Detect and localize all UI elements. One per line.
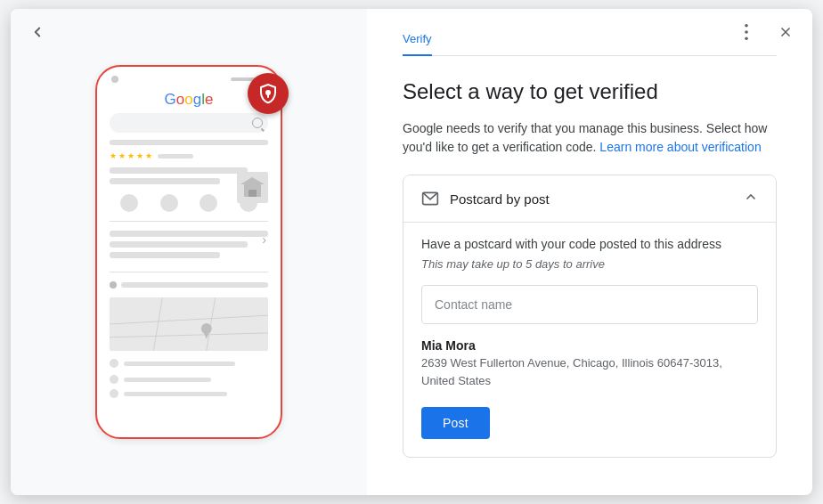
- bottom-row-2: [97, 372, 281, 386]
- action-icon-1: [120, 194, 138, 212]
- bottom-icon-1: [110, 359, 118, 368]
- svg-rect-8: [249, 190, 257, 197]
- shield-icon: [257, 83, 279, 104]
- postcard-section-header[interactable]: Postcard by post: [403, 175, 776, 222]
- section-body: Have a postcard with your code posted to…: [403, 222, 776, 457]
- right-panel: Verify Select a way to get verified Goog…: [367, 9, 812, 495]
- location-bar: [121, 282, 268, 288]
- content-bar-1: [110, 140, 268, 145]
- learn-more-link[interactable]: Learn more about verification: [599, 140, 761, 154]
- content-bar-4: [110, 231, 268, 237]
- location-row: [97, 276, 281, 294]
- tab-verify[interactable]: Verify: [403, 23, 432, 56]
- bottom-icon-2: [110, 375, 118, 384]
- content-bar-5: [110, 241, 248, 248]
- svg-rect-9: [110, 297, 268, 350]
- store-icon: [237, 172, 268, 203]
- bottom-row-1: [97, 354, 281, 372]
- map-block: [110, 297, 268, 351]
- address-text: 2639 West Fullerton Avenue, Chicago, Ill…: [421, 354, 758, 389]
- left-panel: Google ★★★★★: [11, 9, 367, 495]
- top-bar: [720, 9, 812, 55]
- bottom-bar-2: [124, 378, 211, 382]
- more-options-button[interactable]: [730, 16, 762, 48]
- chevron-up-icon: [744, 190, 758, 207]
- content-bar-3: [110, 178, 220, 184]
- content-bar-2: [110, 167, 248, 174]
- bottom-icon-3: [110, 389, 118, 398]
- close-button[interactable]: [770, 16, 802, 48]
- bottom-bar-3: [124, 392, 227, 396]
- shield-badge: [248, 73, 289, 114]
- svg-point-1: [745, 30, 748, 34]
- address-name: Mia Mora: [421, 338, 758, 353]
- dialog: Google ★★★★★: [11, 9, 812, 495]
- action-icon-3: [200, 194, 217, 212]
- description-text: Google needs to verify that you manage t…: [403, 119, 777, 157]
- bottom-bar-1: [124, 362, 235, 366]
- bottom-row-3: [97, 386, 281, 401]
- mail-icon: [421, 190, 439, 207]
- phone-search-icon: [252, 118, 263, 128]
- list-chevron-icon: ›: [262, 232, 266, 247]
- phone-search-bar: [110, 113, 268, 133]
- location-icon: [110, 281, 117, 289]
- phone-camera: [111, 76, 118, 83]
- section-header-left: Postcard by post: [421, 190, 550, 207]
- section-note: This may take up to 5 days to arrive: [421, 257, 758, 271]
- stars-row: ★★★★★: [97, 150, 281, 164]
- content-bar-6: [110, 252, 220, 258]
- svg-point-2: [745, 37, 748, 40]
- post-button[interactable]: Post: [421, 407, 490, 439]
- rating-bar: [158, 154, 193, 159]
- back-button[interactable]: [21, 16, 53, 48]
- section-title: Postcard by post: [450, 191, 550, 207]
- svg-point-0: [745, 24, 748, 28]
- section-description: Have a postcard with your code posted to…: [421, 235, 758, 254]
- divider-1: [110, 221, 268, 222]
- action-icon-2: [160, 194, 178, 212]
- divider-2: [110, 272, 268, 272]
- phone-illustration: Google ★★★★★: [95, 65, 282, 439]
- postcard-section: Postcard by post Have a postcard with yo…: [403, 175, 777, 458]
- contact-name-input[interactable]: [421, 285, 758, 324]
- page-title: Select a way to get verified: [403, 77, 777, 105]
- address-block: Mia Mora 2639 West Fullerton Avenue, Chi…: [421, 338, 758, 389]
